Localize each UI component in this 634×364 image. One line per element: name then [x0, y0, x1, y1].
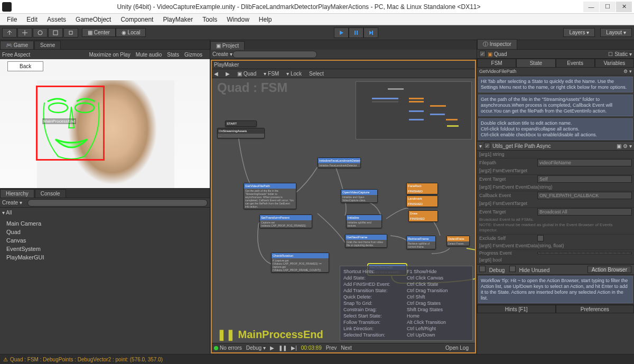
rotate-tool-button[interactable] [33, 28, 48, 38]
pm-step-button[interactable]: ▶| [291, 345, 297, 351]
fsm-node-getnextframe[interactable]: GetNextFrame Grab the next frame from vi… [345, 234, 387, 248]
close-button[interactable]: ✕ [616, 2, 632, 12]
play-button[interactable] [334, 27, 349, 38]
fsm-node-orange3[interactable]: Draw FINISHED [408, 210, 438, 222]
layers-dropdown[interactable]: Layers ▾ [563, 28, 595, 37]
local-global-toggle[interactable]: ◉ Local [116, 28, 146, 37]
arg5-value[interactable] [537, 252, 632, 254]
gameobject-active-checkbox[interactable]: ✓ [479, 51, 486, 57]
pm-play-button[interactable]: ▶ [270, 345, 274, 351]
pm-prev-button[interactable]: Prev [326, 345, 337, 351]
foldout-icon[interactable]: ▾ [479, 143, 482, 149]
gear-icon[interactable]: ⚙ ▾ [623, 69, 632, 74]
pm-debug-dropdown[interactable]: Debug ▾ [246, 345, 266, 351]
fsm-node-openvideocapture[interactable]: OpenVideoCapture Initialize and Open Vid… [341, 189, 378, 203]
exclude-self-checkbox[interactable] [537, 235, 544, 241]
gizmos-dropdown[interactable]: Gizmos [184, 52, 202, 58]
tab-project[interactable]: ▣ Project [210, 41, 245, 50]
maximize-button[interactable]: ☐ [600, 2, 616, 12]
fsm-node-getvideofilepath[interactable]: GetVideoFilePath Get the path of the fil… [244, 183, 296, 209]
playmaker-canvas[interactable]: Quad : FSM ❚❚ MainProcessEnd [212, 78, 475, 343]
move-tool-button[interactable] [17, 28, 32, 38]
menu-help[interactable]: Help [254, 15, 277, 24]
hints-tab[interactable]: Hints [F1] [477, 305, 556, 313]
hierarchy-search-input[interactable] [27, 199, 208, 207]
pm-next-button[interactable]: Next [341, 345, 352, 351]
menu-window[interactable]: Window [222, 15, 254, 24]
preferences-tab[interactable]: Preferences [556, 305, 635, 313]
maximize-on-play-toggle[interactable]: Maximize on Play [89, 52, 130, 58]
menu-assets[interactable]: Assets [42, 15, 71, 24]
fsm-node-orange1[interactable]: FaceRect FINISHED [406, 183, 438, 194]
fsm-node-start[interactable]: START [225, 120, 257, 127]
fsm-node-retrieveframe[interactable]: RetrieveFrame Retrieve rgbMat of current… [406, 236, 436, 249]
tab-hierarchy[interactable]: Hierarchy [0, 189, 34, 198]
fsm-node-orange2[interactable]: Landmark FINISHED [406, 195, 438, 207]
debug-checkbox[interactable] [479, 266, 486, 272]
action-header[interactable]: ▾ ✓ Utils_get File Path Async ▣ ⚙ ▾ [477, 141, 634, 151]
menu-gameobject[interactable]: GameObject [71, 15, 116, 24]
minimize-button[interactable]: — [583, 2, 599, 12]
project-create-dropdown[interactable]: Create ▾ [212, 51, 232, 57]
insp-tab-events[interactable]: Events [556, 59, 595, 68]
menu-playmaker[interactable]: PlayMaker [158, 15, 198, 24]
hierarchy-item-canvas[interactable]: Canvas [0, 236, 210, 245]
scale-tool-button[interactable] [48, 28, 63, 38]
pm-errors-indicator[interactable]: No errors [214, 345, 242, 351]
fsm-node-initfacelandmark[interactable]: InitializeFaceLandmarkDetector Initializ… [318, 157, 361, 168]
hierarchy-item-quad[interactable]: Quad [0, 228, 210, 236]
insp-tab-variables[interactable]: Variables [595, 59, 634, 68]
pm-select-button[interactable]: Select [309, 71, 324, 77]
fsm-node-checkrotation[interactable]: CheckRotation if (capture.get (Videoio.C… [271, 253, 329, 273]
pm-nav-fwd[interactable]: ▶ [226, 71, 230, 77]
arg4-value[interactable]: Broadcast All [537, 208, 632, 216]
fsm-minimap[interactable] [356, 81, 472, 139]
tab-game[interactable]: 🎮 Game [0, 41, 34, 49]
stats-toggle[interactable]: Stats [167, 52, 179, 58]
pivot-center-toggle[interactable]: ▦ Center [82, 28, 116, 37]
action-browser-button[interactable]: Action Browser [588, 266, 631, 273]
tab-inspector[interactable]: ⓘ Inspector [477, 39, 517, 49]
pause-button[interactable] [349, 27, 363, 38]
project-search-input[interactable] [232, 51, 317, 58]
state-name-field[interactable]: GetVideoFilePath ⚙ ▾ [477, 68, 634, 76]
fsm-node-settransformparent[interactable]: SetTransformParent Capture.set (videoio.… [259, 214, 312, 228]
fsm-node-detectface[interactable]: DetectFace Detect Faces. [446, 236, 470, 246]
pm-breadcrumb-object[interactable]: ▣ Quad [237, 71, 256, 77]
step-button[interactable] [363, 27, 378, 38]
tab-scene[interactable]: Scene [34, 41, 61, 49]
pm-pause-button[interactable]: ❚❚ [278, 345, 287, 351]
menu-tools[interactable]: Tools [198, 15, 222, 24]
hierarchy-item-playmakergui[interactable]: PlayMakerGUI [0, 253, 210, 262]
hierarchy-item-main-camera[interactable]: Main Camera [0, 219, 210, 228]
pm-lock-toggle[interactable]: ▾ Lock [286, 71, 302, 77]
layout-dropdown[interactable]: Layout ▾ [600, 28, 632, 37]
gameobject-name[interactable]: Quad [494, 51, 507, 57]
fsm-node-initialize[interactable]: Initialize Initialize rgbMat and texture… [346, 214, 382, 228]
pm-breadcrumb-fsm[interactable]: ▾ FSM [264, 71, 279, 77]
back-button[interactable]: Back [7, 61, 43, 71]
rect-tool-button[interactable] [63, 28, 78, 38]
hierarchy-all-filter[interactable]: ▾ All [2, 210, 12, 216]
arg2-value[interactable]: Self [537, 175, 632, 183]
tab-console[interactable]: Console [35, 189, 66, 198]
action-gear-icon[interactable]: ▣ ⚙ ▾ [617, 143, 632, 149]
insp-tab-state[interactable]: State [516, 59, 555, 68]
pm-open-log[interactable]: Open Log [445, 345, 469, 351]
menu-edit[interactable]: Edit [22, 15, 42, 24]
hideunused-checkbox[interactable] [509, 266, 516, 272]
static-dropdown[interactable]: ☐ Static ▾ [608, 51, 632, 57]
arg3-value[interactable]: ON_FILEPATH_CALLBACK [537, 192, 632, 199]
menu-file[interactable]: File [2, 15, 22, 24]
arg1-value[interactable]: videoFileName [537, 159, 632, 166]
fsm-node-onstreamingassets[interactable]: OnStreamingAssets … [217, 128, 265, 138]
hierarchy-create-dropdown[interactable]: Create ▾ [2, 200, 22, 206]
pm-nav-back[interactable]: ◀ [214, 71, 218, 77]
hierarchy-item-eventsystem[interactable]: EventSystem [0, 245, 210, 253]
menu-component[interactable]: Component [116, 15, 158, 24]
insp-tab-fsm[interactable]: FSM [477, 59, 516, 68]
aspect-dropdown[interactable]: Free Aspect [2, 52, 30, 58]
mute-audio-toggle[interactable]: Mute audio [136, 52, 162, 58]
hand-tool-button[interactable] [2, 28, 17, 38]
action-enable-checkbox[interactable]: ✓ [484, 143, 490, 149]
